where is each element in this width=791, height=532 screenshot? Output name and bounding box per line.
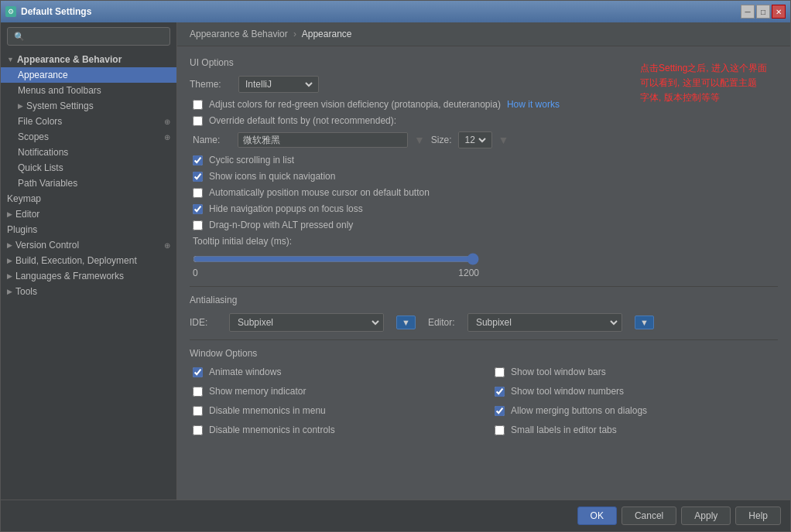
editor-aa-select[interactable]: SubpixelGreyscaleNone xyxy=(473,316,620,329)
apply-button[interactable]: Apply xyxy=(681,506,731,525)
theme-select[interactable]: IntelliJ Darcula High Contrast xyxy=(238,76,319,93)
sidebar-item-appearance-behavior[interactable]: ▼ Appearance & Behavior xyxy=(1,52,176,67)
ok-button[interactable]: OK xyxy=(577,506,617,525)
breadcrumb-parent: Appearance & Behavior xyxy=(190,29,288,39)
search-input[interactable] xyxy=(28,31,163,42)
font-name-input-wrap[interactable] xyxy=(238,132,408,148)
editor-aa-dropdown-btn[interactable]: ▼ xyxy=(635,315,654,329)
sidebar-item-label: Tools xyxy=(15,286,37,297)
antialiasing-row: IDE: SubpixelGreyscaleNone ▼ Editor: Sub… xyxy=(190,313,778,332)
sidebar-item-label: Build, Execution, Deployment xyxy=(15,255,137,266)
red-green-label: Adjust colors for red-green vision defic… xyxy=(209,99,501,110)
expand-arrow: ▶ xyxy=(7,210,12,218)
ide-aa-select[interactable]: SubpixelGreyscaleNone xyxy=(235,316,382,329)
small-labels-checkbox[interactable] xyxy=(495,425,505,435)
drag-drop-label: Drag-n-Drop with ALT pressed only xyxy=(209,220,353,230)
animate-windows-checkbox[interactable] xyxy=(193,367,203,377)
sidebar-item-scopes[interactable]: Scopes ⊕ xyxy=(1,129,176,145)
font-name-input[interactable] xyxy=(243,135,398,145)
editor-label: Editor: xyxy=(428,317,455,328)
cyclic-scrolling-row: Cyclic scrolling in list xyxy=(190,155,778,165)
sidebar-item-label: Appearance & Behavior xyxy=(17,54,122,65)
show-icons-checkbox[interactable] xyxy=(193,172,203,182)
allow-merging-buttons-checkbox[interactable] xyxy=(495,406,505,416)
badge-icon: ⊕ xyxy=(164,133,170,142)
sidebar-item-label: Menus and Toolbars xyxy=(18,85,101,96)
sidebar-item-quick-lists[interactable]: Quick Lists xyxy=(1,160,176,176)
sidebar-item-label: Editor xyxy=(15,209,39,220)
override-fonts-checkbox[interactable] xyxy=(193,116,203,126)
sidebar-item-path-variables[interactable]: Path Variables xyxy=(1,176,176,191)
theme-dropdown[interactable]: IntelliJ Darcula High Contrast xyxy=(242,78,315,90)
minimize-button[interactable]: ─ xyxy=(741,5,755,19)
antialiasing-section: Antialiasing IDE: SubpixelGreyscaleNone … xyxy=(190,295,778,332)
sidebar-item-system-settings[interactable]: ▶ System Settings xyxy=(1,98,176,114)
sidebar-item-plugins[interactable]: Plugins xyxy=(1,222,176,237)
right-panel: Appearance & Behavior › Appearance 点击Set… xyxy=(177,22,790,500)
small-labels-row: Small labels in editor tabs xyxy=(491,425,778,435)
sidebar-item-keymap[interactable]: Keymap xyxy=(1,191,176,206)
sidebar-item-label: Path Variables xyxy=(18,178,77,189)
tooltip-label: Tooltip initial delay (ms): xyxy=(193,236,292,247)
tooltip-delay-row: Tooltip initial delay (ms): xyxy=(190,236,778,247)
tooltip-slider[interactable] xyxy=(193,253,479,265)
window-options-title: Window Options xyxy=(190,348,778,359)
sidebar-item-tools[interactable]: ▶ Tools xyxy=(1,284,176,299)
expand-arrow: ▼ xyxy=(7,56,14,63)
font-name-dropdown-btn[interactable]: ▼ xyxy=(414,134,425,146)
sidebar-item-label: System Settings xyxy=(26,101,94,111)
sidebar-item-label: Notifications xyxy=(18,147,68,158)
animate-windows-row: Animate windows xyxy=(190,367,476,377)
help-button[interactable]: Help xyxy=(735,506,781,525)
search-box[interactable]: 🔍 xyxy=(7,27,170,46)
animate-windows-label: Animate windows xyxy=(209,367,281,377)
expand-arrow: ▶ xyxy=(18,102,23,110)
sidebar: 🔍 ▼ Appearance & Behavior Appearance Men… xyxy=(1,22,177,500)
cancel-button[interactable]: Cancel xyxy=(622,506,676,525)
memory-indicator-checkbox[interactable] xyxy=(193,387,203,397)
auto-cursor-checkbox[interactable] xyxy=(193,188,203,198)
sidebar-item-appearance[interactable]: Appearance xyxy=(1,67,176,83)
sidebar-item-editor[interactable]: ▶ Editor xyxy=(1,206,176,222)
tool-window-bars-row: Show tool window bars xyxy=(491,367,778,377)
auto-cursor-label: Automatically position mouse cursor on d… xyxy=(209,187,430,198)
disable-mnemonics-controls-checkbox[interactable] xyxy=(193,425,203,435)
font-name-size-row: Name: ▼ Size: 1210111314 ▼ xyxy=(190,131,778,148)
size-dropdown-btn[interactable]: ▼ xyxy=(498,134,509,146)
red-green-checkbox[interactable] xyxy=(193,100,203,110)
maximize-button[interactable]: □ xyxy=(756,5,770,19)
editor-aa-select-wrap[interactable]: SubpixelGreyscaleNone xyxy=(467,313,622,332)
breadcrumb-separator: › xyxy=(293,29,296,39)
ide-aa-select-wrap[interactable]: SubpixelGreyscaleNone xyxy=(229,313,384,332)
badge-icon: ⊕ xyxy=(164,118,170,126)
divider xyxy=(190,286,778,287)
sidebar-item-menus-toolbars[interactable]: Menus and Toolbars xyxy=(1,83,176,98)
sidebar-item-file-colors[interactable]: File Colors ⊕ xyxy=(1,114,176,129)
cyclic-scrolling-checkbox[interactable] xyxy=(193,155,203,165)
antialiasing-title: Antialiasing xyxy=(190,295,778,305)
sidebar-item-build-execution[interactable]: ▶ Build, Execution, Deployment xyxy=(1,253,176,268)
sidebar-item-version-control[interactable]: ▶ Version Control ⊕ xyxy=(1,237,176,253)
close-button[interactable]: ✕ xyxy=(772,5,786,19)
tool-window-bars-checkbox[interactable] xyxy=(495,367,505,377)
expand-arrow: ▶ xyxy=(7,257,12,264)
override-fonts-row: Override default fonts by (not recommend… xyxy=(190,115,778,126)
breadcrumb-current: Appearance xyxy=(302,29,352,39)
disable-mnemonics-menu-checkbox[interactable] xyxy=(193,406,203,416)
how-it-works-link[interactable]: How it works xyxy=(507,99,560,110)
size-select-wrap[interactable]: 1210111314 xyxy=(458,131,492,148)
sidebar-item-notifications[interactable]: Notifications xyxy=(1,145,176,160)
disable-mnemonics-menu-row: Disable mnemonics in menu xyxy=(190,405,476,416)
size-select[interactable]: 1210111314 xyxy=(462,134,488,146)
window-controls: ─ □ ✕ xyxy=(741,5,786,19)
sidebar-item-label: Appearance xyxy=(18,70,68,80)
ide-aa-dropdown-btn[interactable]: ▼ xyxy=(396,315,416,329)
hide-nav-checkbox[interactable] xyxy=(193,204,203,214)
tool-window-numbers-checkbox[interactable] xyxy=(495,387,505,397)
sidebar-item-label: Plugins xyxy=(7,224,37,235)
sidebar-item-languages-frameworks[interactable]: ▶ Languages & Frameworks xyxy=(1,268,176,284)
drag-drop-checkbox[interactable] xyxy=(193,220,203,230)
slider-container: 0 1200 xyxy=(190,253,778,278)
sidebar-item-label: Quick Lists xyxy=(18,162,63,173)
expand-arrow: ▶ xyxy=(7,272,12,280)
